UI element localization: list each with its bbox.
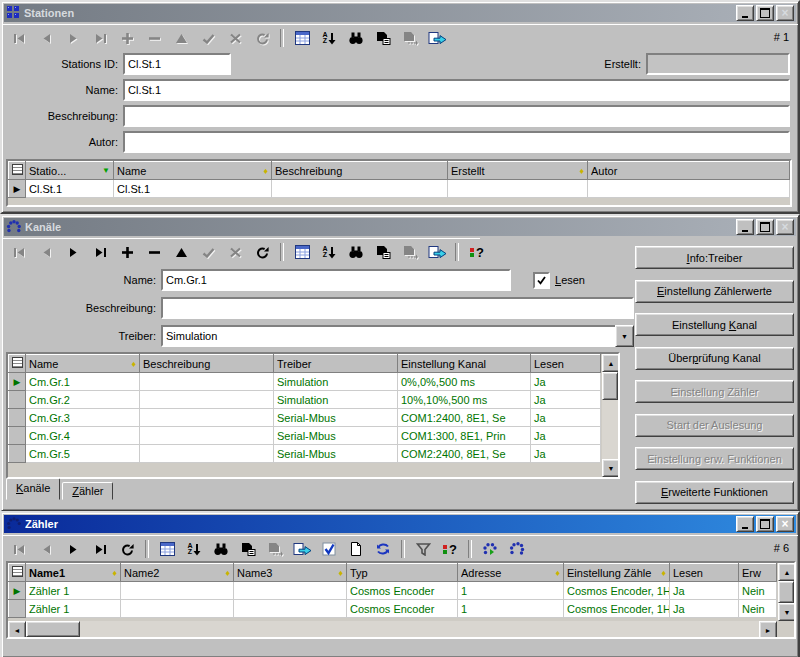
table-row[interactable]: ▶ Cl.St.1 Cl.St.1 <box>9 180 790 198</box>
export-icon[interactable] <box>424 28 450 49</box>
cell[interactable] <box>140 427 274 445</box>
column-header-adresse[interactable]: Adresse♦ <box>458 564 564 582</box>
cell[interactable]: Ja <box>531 409 601 427</box>
chevron-down-icon[interactable]: ▼ <box>615 325 634 347</box>
table-row[interactable]: Cm.Gr.3 Serial-Mbus COM1:2400, 8E1, Se J… <box>9 409 601 427</box>
find-icon[interactable] <box>343 28 369 49</box>
validate-icon[interactable] <box>316 539 342 560</box>
stationen-titlebar[interactable]: Stationen × <box>4 4 796 22</box>
column-header-typ[interactable]: Typ <box>347 564 458 582</box>
show-table-icon[interactable] <box>289 242 315 263</box>
cell[interactable] <box>140 445 274 463</box>
next-record-icon[interactable] <box>60 539 86 560</box>
cell[interactable]: Cm.Gr.3 <box>26 409 140 427</box>
einstellung-zaehlerwerte-button[interactable]: Einstellung Zählerwerte <box>635 280 794 303</box>
lesen-checkbox[interactable] <box>533 272 550 289</box>
sort-az-icon[interactable]: AZ <box>316 242 342 263</box>
scroll-down-icon[interactable]: ▼ <box>602 459 620 477</box>
new-document-icon[interactable] <box>343 539 369 560</box>
delete-record-icon[interactable] <box>141 242 167 263</box>
sort-az-icon[interactable]: AZ <box>316 28 342 49</box>
cell[interactable]: Cm.Gr.2 <box>26 391 140 409</box>
cell[interactable]: Ja <box>531 391 601 409</box>
maximize-button[interactable] <box>756 5 774 21</box>
cell[interactable]: COM2:2400, 8E1, Se <box>398 445 531 463</box>
kanaele-titlebar[interactable]: Kanäle × <box>4 218 796 236</box>
close-button[interactable]: × <box>776 5 794 21</box>
insert-record-icon[interactable] <box>114 242 140 263</box>
maximize-button[interactable] <box>756 516 774 532</box>
cell[interactable]: COM1:2400, 8E1, Se <box>398 409 531 427</box>
current-row-indicator[interactable]: ▶ <box>9 180 26 198</box>
scroll-left-icon[interactable]: ◄ <box>8 621 26 639</box>
column-header-name[interactable]: Name♦ <box>26 355 140 373</box>
column-header-erstellt[interactable]: Erstellt♦ <box>448 162 588 180</box>
autor-input[interactable] <box>123 131 790 153</box>
copy-settings-icon[interactable] <box>370 242 396 263</box>
column-header-beschreibung[interactable]: Beschreibung <box>272 162 448 180</box>
cell[interactable]: Zähler 1 <box>26 582 121 600</box>
cell[interactable]: Cosmos Encoder, 1H <box>564 600 670 618</box>
table-row[interactable]: Zähler 1 Cosmos Encoder 1 Cosmos Encoder… <box>9 600 777 618</box>
scrollbar-thumb[interactable] <box>602 372 618 400</box>
edit-record-icon[interactable] <box>168 242 194 263</box>
cell[interactable]: Cosmos Encoder <box>347 600 458 618</box>
zaehler-titlebar[interactable]: Zähler × <box>4 515 796 533</box>
cell[interactable] <box>234 582 347 600</box>
cell[interactable]: Cm.Gr.4 <box>26 427 140 445</box>
cell[interactable]: Ja <box>531 427 601 445</box>
erweiterte-funktionen-button[interactable]: Erweiterte Funktionen <box>635 481 794 504</box>
maximize-button[interactable] <box>756 219 774 235</box>
find-icon[interactable] <box>343 242 369 263</box>
column-header-name2[interactable]: Name2♦ <box>121 564 234 582</box>
show-table-icon[interactable] <box>154 539 180 560</box>
table-row[interactable]: Cm.Gr.4 Serial-Mbus COM1:300, 8E1, Prin … <box>9 427 601 445</box>
tab-zaehler[interactable]: Zähler <box>62 482 113 500</box>
cell[interactable]: Simulation <box>274 391 398 409</box>
beschreibung-input[interactable] <box>123 105 790 127</box>
row-selector[interactable] <box>9 391 26 409</box>
show-table-icon[interactable] <box>289 28 315 49</box>
treiber-combobox[interactable]: ▼ <box>161 325 634 347</box>
horizontal-scrollbar[interactable]: ◄ ► <box>8 621 777 637</box>
row-selector[interactable] <box>9 445 26 463</box>
scrollbar-thumb[interactable] <box>778 581 794 603</box>
cell[interactable]: Serial-Mbus <box>274 427 398 445</box>
export-icon[interactable] <box>289 539 315 560</box>
grid-corner-button[interactable] <box>9 162 26 180</box>
cell[interactable]: Cm.Gr.5 <box>26 445 140 463</box>
cell[interactable] <box>140 391 274 409</box>
column-header-lesen[interactable]: Lesen <box>670 564 739 582</box>
column-header-treiber[interactable]: Treiber <box>274 355 398 373</box>
cell[interactable]: Nein <box>739 582 777 600</box>
cell[interactable]: Serial-Mbus <box>274 445 398 463</box>
cell[interactable]: Cl.St.1 <box>114 180 272 198</box>
find-icon[interactable] <box>208 539 234 560</box>
filter-icon[interactable] <box>410 539 436 560</box>
column-header-autor[interactable]: Autor <box>588 162 790 180</box>
cell[interactable] <box>448 180 588 198</box>
cell[interactable]: Cosmos Encoder <box>347 582 458 600</box>
scrollbar-thumb[interactable] <box>26 621 80 637</box>
column-header-lesen[interactable]: Lesen <box>531 355 601 373</box>
minimize-button[interactable] <box>736 5 754 21</box>
help-icon[interactable]: ? <box>437 539 463 560</box>
cell[interactable]: COM1:300, 8E1, Prin <box>398 427 531 445</box>
copy-settings-icon[interactable] <box>370 28 396 49</box>
ueberpruefung-kanal-button[interactable]: Überprüfung Kanal <box>635 347 794 370</box>
cell[interactable]: 10%,10%,500 ms <box>398 391 531 409</box>
close-button[interactable]: × <box>776 219 794 235</box>
cell[interactable]: Serial-Mbus <box>274 409 398 427</box>
column-header-einstellung-zaehler[interactable]: Einstellung Zähle♦ <box>564 564 670 582</box>
close-button[interactable]: × <box>776 516 794 532</box>
cell[interactable] <box>121 582 234 600</box>
treiber-input[interactable] <box>161 325 615 347</box>
cell[interactable] <box>272 180 448 198</box>
einstellung-kanal-button[interactable]: Einstellung Kanal <box>635 313 794 336</box>
cell[interactable]: Ja <box>670 582 739 600</box>
grid-corner-button[interactable] <box>9 564 26 582</box>
table-row[interactable]: ▶ Cm.Gr.1 Simulation 0%,0%,500 ms Ja <box>9 373 601 391</box>
column-header-name3[interactable]: Name3♦ <box>234 564 347 582</box>
scroll-up-icon[interactable]: ▲ <box>602 354 620 372</box>
stations-id-input[interactable] <box>123 53 231 75</box>
